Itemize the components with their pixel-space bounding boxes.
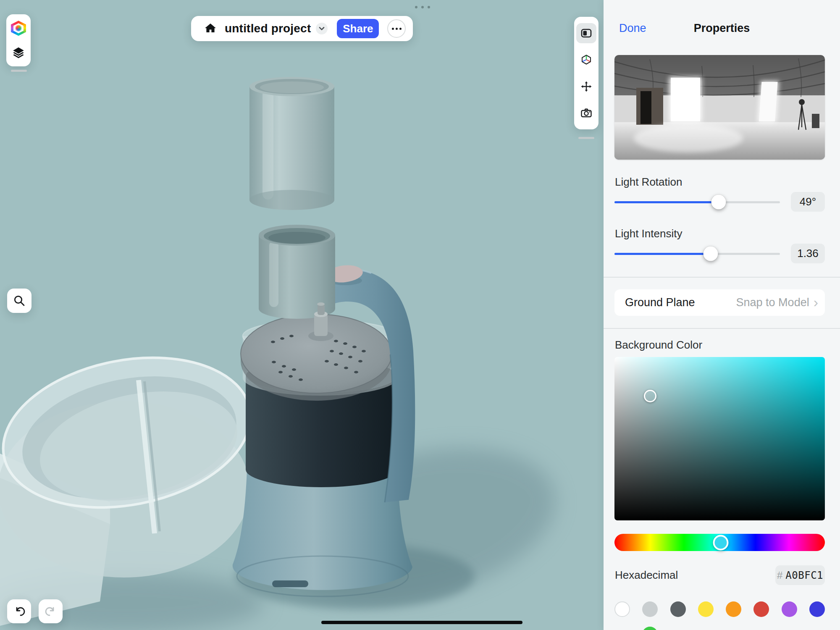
- gizmo-button[interactable]: [576, 50, 596, 70]
- color-swatch[interactable]: [753, 601, 769, 617]
- appearance-button[interactable]: [8, 18, 29, 38]
- food-processor-3d-model: [0, 0, 604, 630]
- color-swatch[interactable]: [698, 601, 714, 617]
- slider-thumb[interactable]: [711, 195, 726, 210]
- camera-button[interactable]: [576, 103, 596, 123]
- pusher-cylinder: [249, 77, 334, 210]
- hash-prefix: #: [777, 570, 782, 581]
- home-button[interactable]: [202, 20, 219, 37]
- chevron-down-icon: [318, 25, 326, 32]
- color-swatch-row: [614, 601, 825, 617]
- camera-icon: [580, 107, 593, 119]
- share-button[interactable]: Share: [337, 19, 379, 38]
- saturation-brightness-picker[interactable]: [614, 357, 825, 520]
- color-swatch[interactable]: [670, 601, 686, 617]
- color-swatch[interactable]: [642, 627, 658, 630]
- move-tool-button[interactable]: [576, 76, 596, 97]
- redo-button[interactable]: [39, 599, 63, 623]
- undo-button[interactable]: [7, 599, 31, 623]
- project-title[interactable]: untitled project: [225, 22, 311, 35]
- layers-button[interactable]: [8, 42, 29, 63]
- app-root: untitled project Share: [0, 0, 840, 630]
- ground-plane-label: Ground Plane: [625, 296, 695, 309]
- background-color-label: Background Color: [615, 339, 702, 352]
- slider-thumb[interactable]: [703, 247, 718, 261]
- light-intensity-slider[interactable]: [614, 246, 780, 261]
- ellipsis-icon: [392, 28, 394, 30]
- hex-value-field[interactable]: # A0BFC1: [775, 565, 825, 585]
- appliance-base: [233, 470, 412, 590]
- hue-slider-thumb[interactable]: [713, 535, 729, 550]
- view-toolbar: [574, 17, 598, 129]
- panel-icon: [580, 27, 593, 39]
- light-intensity-value[interactable]: 1.36: [791, 244, 825, 263]
- chevron-right-icon: ›: [814, 295, 818, 309]
- search-button[interactable]: [7, 289, 32, 313]
- environment-preview[interactable]: [614, 55, 825, 160]
- light-rotation-slider[interactable]: [614, 194, 780, 210]
- move-arrows-icon: [580, 80, 593, 93]
- studio-panorama-image: [614, 55, 825, 160]
- light-rotation-label: Light Rotation: [615, 176, 682, 189]
- panel-title: Properties: [604, 22, 840, 35]
- render-panel-button[interactable]: [576, 23, 596, 43]
- ground-plane-value: Snap to Model: [736, 296, 809, 309]
- hue-slider[interactable]: [614, 534, 825, 551]
- divider: [604, 328, 840, 329]
- properties-panel: Done Properties: [604, 0, 840, 630]
- slider-fill: [614, 201, 719, 203]
- canvas-drag-handle[interactable]: [415, 6, 430, 8]
- color-swatch[interactable]: [726, 601, 741, 617]
- search-icon: [13, 294, 26, 307]
- color-hexagon-icon: [11, 21, 26, 36]
- color-swatch[interactable]: [614, 601, 630, 617]
- color-swatch[interactable]: [642, 601, 658, 617]
- color-swatch[interactable]: [782, 601, 797, 617]
- divider: [604, 277, 840, 278]
- dot: [428, 6, 430, 8]
- home-indicator[interactable]: [321, 621, 522, 624]
- left-toolbar-drag-handle[interactable]: [11, 70, 27, 72]
- project-toolbar: untitled project Share: [191, 16, 413, 41]
- hex-value: A0BFC1: [785, 570, 823, 581]
- color-picker-selector[interactable]: [644, 390, 656, 402]
- more-options-button[interactable]: [387, 19, 406, 38]
- left-toolbar: [6, 14, 31, 66]
- color-swatch[interactable]: [809, 601, 825, 617]
- layers-icon: [12, 46, 25, 59]
- undo-icon: [12, 604, 26, 619]
- light-rotation-value[interactable]: 49°: [791, 192, 825, 212]
- slider-fill: [614, 253, 711, 255]
- hexadecimal-label: Hexadecimal: [615, 569, 678, 582]
- redo-icon: [44, 604, 58, 619]
- viewport-3d[interactable]: [0, 0, 604, 630]
- dot: [421, 6, 424, 8]
- dot: [415, 6, 417, 8]
- home-icon: [204, 22, 217, 35]
- properties-header: Done Properties: [604, 22, 840, 39]
- project-menu-button[interactable]: [316, 23, 328, 34]
- view-toolbar-drag-handle[interactable]: [578, 137, 594, 139]
- axes-cube-icon: [580, 53, 593, 66]
- ground-plane-row[interactable]: Ground Plane Snap to Model ›: [614, 289, 825, 316]
- light-intensity-label: Light Intensity: [615, 227, 682, 240]
